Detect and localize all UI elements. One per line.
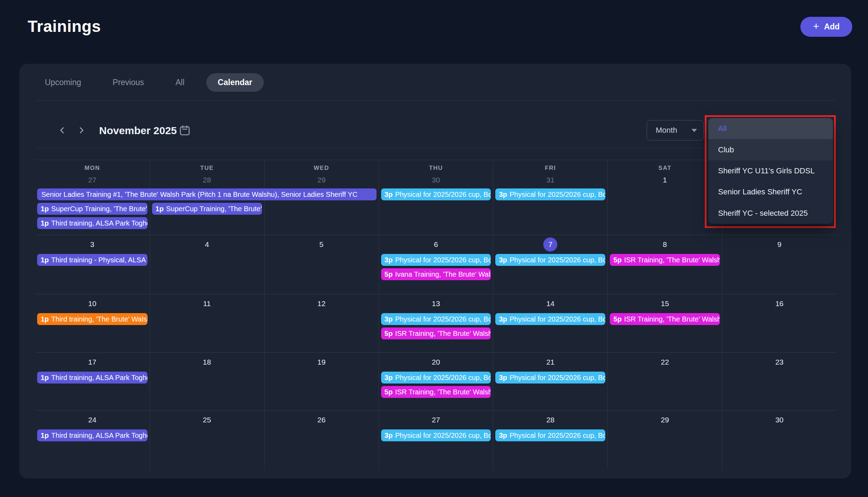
day-cell-21[interactable]: 213pPhysical for 2025/2026 cup, Borr <box>493 353 607 410</box>
event-chip[interactable]: 3pPhysical for 2025/2026 cup, Borr <box>495 429 605 441</box>
day-number: 29 <box>661 416 669 424</box>
event-time: 5p <box>385 330 393 337</box>
event-chip[interactable]: 1pSuperCup Training, 'The Brute' Wa <box>37 203 147 215</box>
day-cell-13[interactable]: 133pPhysical for 2025/2026 cup, Borr5pIS… <box>379 294 493 352</box>
day-cell-26[interactable]: 26 <box>264 410 379 470</box>
next-month-button[interactable] <box>75 124 88 137</box>
event-chip[interactable]: 5pISR Training, 'The Brute' Walsh Pa <box>610 313 720 325</box>
day-cell-8[interactable]: 85pISR Training, 'The Brute' Walsh Pa <box>607 235 722 294</box>
day-number: 1 <box>663 176 667 184</box>
event-chip[interactable]: 5pISR Training, 'The Brute' Walsh Pa <box>381 386 491 398</box>
event-time: 1p <box>41 205 49 213</box>
event-title: Ivana Training, 'The Brute' Walsh <box>395 270 491 278</box>
week-row: 101pThird training, 'The Brute' Walsh Pa… <box>35 294 836 352</box>
event-chip[interactable]: 3pPhysical for 2025/2026 cup, Borr <box>495 372 605 384</box>
event-time: 3p <box>499 374 507 381</box>
day-cell-12[interactable]: 12 <box>264 294 379 352</box>
event-chip[interactable]: 1pThird training, ALSA Park Togher, <box>37 429 147 441</box>
event-chip[interactable]: 1pSuperCup Training, 'The Brute' Wa <box>152 203 262 215</box>
day-cell-9[interactable]: 9 <box>722 235 836 294</box>
view-mode-select[interactable]: Month <box>647 120 704 140</box>
event-chip[interactable]: 5pIvana Training, 'The Brute' Walsh <box>381 268 491 280</box>
day-cell-25[interactable]: 25 <box>150 410 264 470</box>
day-cell-17[interactable]: 171pThird training, ALSA Park Togher, <box>35 353 150 410</box>
day-cell-14[interactable]: 143pPhysical for 2025/2026 cup, Borr <box>493 294 607 352</box>
day-cell-28[interactable]: 283pPhysical for 2025/2026 cup, Borr <box>493 410 607 470</box>
tabs-divider <box>35 101 836 101</box>
tab-previous[interactable]: Previous <box>103 73 154 92</box>
event-chip[interactable]: 3pPhysical for 2025/2026 cup, Borr <box>495 254 605 266</box>
chevron-right-icon <box>77 126 85 134</box>
day-cell-27[interactable]: 273pPhysical for 2025/2026 cup, Borr <box>379 410 493 470</box>
day-cell-6[interactable]: 63pPhysical for 2025/2026 cup, Borr5pIva… <box>379 235 493 294</box>
event-chip[interactable]: 1pThird training, 'The Brute' Walsh Pa <box>37 313 147 325</box>
day-cell-30[interactable]: 30 <box>722 410 836 470</box>
tab-all[interactable]: All <box>166 73 194 92</box>
day-of-week-label: THU <box>379 160 493 172</box>
event-chip[interactable]: 1pThird training - Physical, ALSA Pa <box>37 254 147 266</box>
day-cell-3[interactable]: 31pThird training - Physical, ALSA Pa <box>35 235 150 294</box>
view-tabs: UpcomingPreviousAllCalendar <box>45 71 264 94</box>
event-title: Third training, ALSA Park Togher, <box>51 374 147 381</box>
day-cell-22[interactable]: 22 <box>607 353 722 410</box>
event-chip[interactable]: 3pPhysical for 2025/2026 cup, Borr <box>381 254 491 266</box>
chevron-down-icon <box>691 129 697 132</box>
day-of-week-label: MON <box>35 160 150 172</box>
day-cell-30[interactable]: THU303pPhysical for 2025/2026 cup, Borr <box>379 160 493 235</box>
event-chip[interactable]: 3pPhysical for 2025/2026 cup, Borr <box>495 188 605 200</box>
view-mode-value: Month <box>656 126 677 135</box>
event-chip[interactable]: 1pThird training, ALSA Park Togher, <box>37 372 147 384</box>
week-row: 241pThird training, ALSA Park Togher,252… <box>35 410 836 470</box>
filter-option-senior-ladies-sheriff-yc[interactable]: Senior Ladies Sheriff YC <box>708 181 833 202</box>
day-cell-31[interactable]: FRI313pPhysical for 2025/2026 cup, Borr <box>493 160 607 235</box>
event-chip[interactable]: 5pISR Training, 'The Brute' Walsh Pa <box>610 254 720 266</box>
event-chip[interactable]: 3pPhysical for 2025/2026 cup, Borr <box>381 188 491 200</box>
tab-calendar[interactable]: Calendar <box>206 73 264 92</box>
event-time: 3p <box>499 191 507 198</box>
event-time: 3p <box>499 315 507 323</box>
event-title: Physical for 2025/2026 cup, Borr <box>510 315 606 323</box>
event-chip[interactable]: 1pThird training, ALSA Park Togher, <box>37 217 147 229</box>
day-number: 5 <box>319 240 324 249</box>
event-time: 5p <box>385 388 393 396</box>
day-cell-23[interactable]: 23 <box>722 353 836 410</box>
day-cell-29[interactable]: 29 <box>607 410 722 470</box>
event-time: 1p <box>41 374 49 381</box>
event-chip[interactable]: 3pPhysical for 2025/2026 cup, Borr <box>381 372 491 384</box>
day-cell-20[interactable]: 203pPhysical for 2025/2026 cup, Borr5pIS… <box>379 353 493 410</box>
day-of-week-label: WED <box>264 160 379 172</box>
day-number: 25 <box>203 416 211 424</box>
day-cell-7[interactable]: 73pPhysical for 2025/2026 cup, Borr <box>493 235 607 294</box>
day-cell-10[interactable]: 101pThird training, 'The Brute' Walsh Pa <box>35 294 150 352</box>
event-chip[interactable]: 3pPhysical for 2025/2026 cup, Borr <box>381 429 491 441</box>
prev-month-button[interactable] <box>56 124 69 137</box>
day-cell-1[interactable]: SAT1 <box>607 160 722 235</box>
day-cell-11[interactable]: 11 <box>150 294 264 352</box>
event-title: ISR Training, 'The Brute' Walsh Pa <box>395 388 491 396</box>
filter-option-sheriff-yc-selected-2025[interactable]: Sheriff YC - selected 2025 <box>708 203 833 224</box>
tab-upcoming[interactable]: Upcoming <box>45 73 91 92</box>
day-cell-5[interactable]: 5 <box>264 235 379 294</box>
filter-option-all[interactable]: All <box>708 118 833 139</box>
day-number: 31 <box>546 176 554 184</box>
day-cell-19[interactable]: 19 <box>264 353 379 410</box>
day-cell-18[interactable]: 18 <box>150 353 264 410</box>
event-chip[interactable]: 5pISR Training, 'The Brute' Walsh Pa <box>381 327 491 339</box>
day-of-week-label: SAT <box>608 160 722 172</box>
filter-option-sheriff-yc-u11-s-girls-ddsl[interactable]: Sheriff YC U11's Girls DDSL <box>708 160 833 181</box>
day-number: 20 <box>432 358 440 366</box>
event-chip[interactable]: 3pPhysical for 2025/2026 cup, Borr <box>495 313 605 325</box>
event-title: Third training, 'The Brute' Walsh Pa <box>51 315 147 323</box>
day-number: 14 <box>546 299 554 308</box>
event-time: 5p <box>613 256 621 264</box>
week-row: 171pThird training, ALSA Park Togher,181… <box>35 352 836 410</box>
day-cell-24[interactable]: 241pThird training, ALSA Park Togher, <box>35 410 150 470</box>
day-cell-16[interactable]: 16 <box>722 294 836 352</box>
filter-option-club[interactable]: Club <box>708 139 833 160</box>
add-button[interactable]: + Add <box>800 17 852 37</box>
calendar-picker-icon[interactable] <box>179 124 191 137</box>
event-chip[interactable]: 3pPhysical for 2025/2026 cup, Borr <box>381 313 491 325</box>
day-cell-4[interactable]: 4 <box>150 235 264 294</box>
multi-day-event-chip[interactable]: Senior Ladies Training #1, 'The Brute' W… <box>37 188 377 200</box>
day-cell-15[interactable]: 155pISR Training, 'The Brute' Walsh Pa <box>607 294 722 352</box>
